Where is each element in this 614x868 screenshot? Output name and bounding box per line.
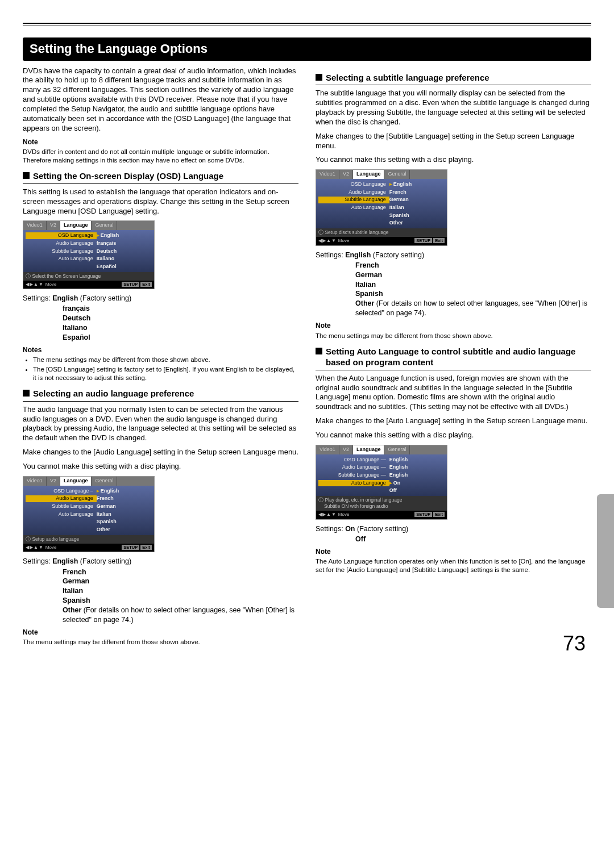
osd-heading-text: Setting the On-screen Display (OSD) Lang… <box>33 170 223 182</box>
auto-heading-text: Setting Auto Language to control subtitl… <box>326 346 591 368</box>
osd-footer: Move SETUPExit <box>23 281 154 289</box>
subtitle-heading-text: Selecting a subtitle language preference <box>326 72 489 84</box>
osd-body: This setting is used to establish the la… <box>23 187 298 216</box>
subtitle-body3: You cannot make this setting with a disc… <box>316 155 591 165</box>
arrow-icons: Move <box>26 282 56 287</box>
auto-heading: Setting Auto Language to control subtitl… <box>316 346 591 370</box>
audio-body3: You cannot make this setting with a disc… <box>23 462 298 471</box>
osd-tab: V2 <box>47 221 60 230</box>
two-column-layout: DVDs have the capacity to contain a grea… <box>23 66 591 652</box>
osd-tabs: Video1 V2 Language General <box>23 221 154 230</box>
osd-settings-list: français Deutsch Italiano Español <box>63 304 298 343</box>
auto-body2: Make changes to the [Auto Language] sett… <box>316 416 591 426</box>
osd-heading: Setting the On-screen Display (OSD) Lang… <box>23 170 298 184</box>
subtitle-body: The subtitle language that you will norm… <box>316 89 591 127</box>
manual-page: Setting the Language Options DVDs have t… <box>0 0 614 662</box>
note-heading: Note <box>23 138 298 147</box>
osd-tab-active: Language <box>60 221 92 230</box>
auto-menu-screenshot: Video1 V2 Language General OSD Language … <box>316 445 447 520</box>
osd-notes-list: The menu settings may be different from … <box>23 356 298 382</box>
right-column: Selecting a subtitle language preference… <box>316 66 591 652</box>
auto-body3: You cannot make this setting with a disc… <box>316 431 591 440</box>
note-item: The [OSD Language] setting is factory se… <box>33 365 298 382</box>
audio-body2: Make changes to the [Audio Language] set… <box>23 448 298 457</box>
audio-settings-list: French German Italian Spanish Other (For… <box>63 567 298 625</box>
osd-body-grid: OSD LanguageEnglish Audio Languagefrança… <box>23 230 154 272</box>
auto-note: The Auto Language function operates only… <box>316 557 591 574</box>
top-rule <box>23 23 591 26</box>
audio-heading-text: Selecting an audio language preference <box>33 388 194 399</box>
audio-note: The menu settings may be different from … <box>23 638 298 646</box>
notes-heading: Notes <box>23 346 298 355</box>
subtitle-heading: Selecting a subtitle language preference <box>316 72 591 86</box>
note-heading: Note <box>23 628 298 637</box>
side-thumb-tab <box>597 494 614 608</box>
subtitle-body2: Make changes to the [Subtitle Language] … <box>316 132 591 151</box>
audio-heading: Selecting an audio language preference <box>23 388 298 402</box>
subtitle-note: The menu settings may be different from … <box>316 332 591 340</box>
page-number: 73 <box>563 631 586 657</box>
note-heading: Note <box>316 322 591 331</box>
subtitle-settings-list: French German Italian Spanish Other (For… <box>355 261 591 318</box>
auto-settings-list: Off <box>355 535 591 544</box>
auto-settings: Settings: On (Factory setting) <box>316 524 591 533</box>
intro-paragraph: DVDs have the capacity to contain a grea… <box>23 66 298 133</box>
subtitle-settings: Settings: English (Factory setting) <box>316 251 591 260</box>
osd-tab: Video1 <box>23 221 47 230</box>
note-item: The menu settings may be different from … <box>33 356 298 364</box>
audio-settings: Settings: English (Factory setting) <box>23 557 298 566</box>
osd-menu-screenshot: Video1 V2 Language General OSD LanguageE… <box>23 220 155 289</box>
audio-body: The audio language that you normally lis… <box>23 405 298 444</box>
osd-tip: ⓘ Select the On Screen Language <box>23 272 154 281</box>
subtitle-menu-screenshot: Video1 V2 Language General OSD LanguageE… <box>316 169 447 245</box>
left-column: DVDs have the capacity to contain a grea… <box>23 66 298 652</box>
note-heading: Note <box>316 548 591 557</box>
section-title: Setting the Language Options <box>23 37 591 61</box>
osd-tab: General <box>92 221 117 230</box>
intro-note: DVDs differ in content and do not all co… <box>23 148 298 165</box>
audio-menu-screenshot: Video1 V2 Language General OSD Language … <box>23 476 155 552</box>
osd-settings: Settings: English (Factory setting) <box>23 294 298 303</box>
auto-body: When the Auto Language function is used,… <box>316 374 591 412</box>
